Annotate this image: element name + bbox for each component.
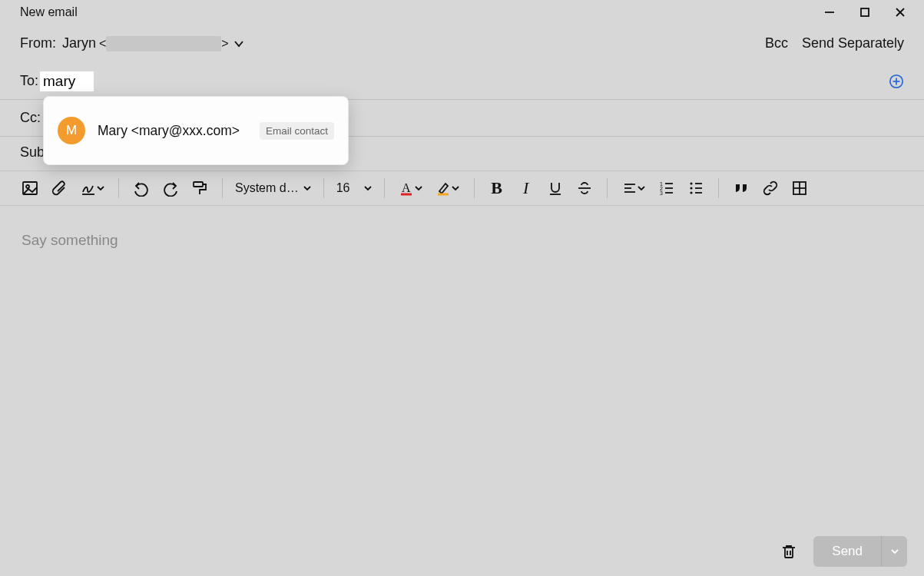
svg-point-8 xyxy=(26,185,29,188)
footer: Send xyxy=(0,527,924,576)
chevron-down-icon xyxy=(415,184,422,192)
chevron-down-icon xyxy=(303,184,311,192)
from-label: From: xyxy=(20,35,56,51)
strikethrough-button[interactable] xyxy=(571,175,598,201)
redo-icon xyxy=(162,180,179,197)
highlight-icon xyxy=(436,180,452,196)
toolbar-separator xyxy=(718,178,719,198)
send-button[interactable]: Send xyxy=(813,536,881,567)
from-row: From: Jaryn < > Bcc Send Separately xyxy=(0,25,924,63)
svg-point-25 xyxy=(690,182,692,184)
strikethrough-icon xyxy=(577,180,592,196)
from-dropdown[interactable] xyxy=(233,38,244,49)
unordered-list-button[interactable] xyxy=(683,175,709,201)
send-options-button[interactable] xyxy=(881,536,907,567)
angle-open: < xyxy=(99,37,106,51)
font-family-value: System d… xyxy=(235,181,299,195)
window-title: New email xyxy=(20,5,78,19)
to-label: To: xyxy=(20,73,38,89)
ordered-list-icon: 123 xyxy=(659,180,674,196)
maximize-button[interactable] xyxy=(847,0,883,25)
align-left-icon xyxy=(622,180,638,196)
chevron-down-icon xyxy=(452,184,459,192)
minimize-icon xyxy=(824,7,835,18)
to-row: To: xyxy=(0,63,924,100)
to-input[interactable] xyxy=(40,71,94,91)
underline-icon xyxy=(548,180,563,196)
font-size-value: 16 xyxy=(336,181,350,195)
autocomplete-badge: Email contact xyxy=(260,122,334,140)
toolbar-separator xyxy=(384,178,385,198)
svg-point-27 xyxy=(690,191,692,194)
insert-image-button[interactable] xyxy=(17,175,43,201)
toolbar-separator xyxy=(474,178,475,198)
titlebar: New email xyxy=(0,0,924,25)
redacted-email xyxy=(106,36,221,51)
email-body[interactable]: Say something xyxy=(0,206,924,275)
attach-button[interactable] xyxy=(46,175,72,201)
add-recipient-button[interactable] xyxy=(889,74,904,89)
undo-button[interactable] xyxy=(128,175,154,201)
table-button[interactable] xyxy=(787,175,813,201)
link-button[interactable] xyxy=(757,175,783,201)
quote-button[interactable] xyxy=(728,175,754,201)
discard-button[interactable] xyxy=(778,541,800,562)
maximize-icon xyxy=(859,7,870,18)
autocomplete-text: Mary <mary@xxx.com> xyxy=(98,123,240,139)
chevron-down-icon xyxy=(97,184,104,192)
header-right-actions: Bcc Send Separately xyxy=(765,35,904,51)
signature-button[interactable] xyxy=(75,175,109,201)
quote-icon xyxy=(733,180,750,197)
underline-button[interactable] xyxy=(542,175,568,201)
link-icon xyxy=(762,180,779,197)
toolbar-separator xyxy=(118,178,119,198)
angle-close: > xyxy=(221,37,228,51)
bcc-link[interactable]: Bcc xyxy=(765,35,788,51)
image-icon xyxy=(22,180,38,197)
table-icon xyxy=(791,180,808,197)
svg-rect-10 xyxy=(194,182,203,187)
window-controls xyxy=(812,0,918,25)
body-placeholder: Say something xyxy=(22,232,118,248)
autocomplete-dropdown: M Mary <mary@xxx.com> Email contact xyxy=(43,96,349,165)
autocomplete-item[interactable]: M Mary <mary@xxx.com> Email contact xyxy=(55,112,337,149)
format-painter-icon xyxy=(191,180,208,197)
toolbar-separator xyxy=(323,178,324,198)
plus-circle-icon xyxy=(889,74,904,89)
send-button-group: Send xyxy=(813,536,907,567)
send-separately-link[interactable]: Send Separately xyxy=(802,35,904,51)
chevron-down-icon xyxy=(890,547,899,556)
svg-text:A: A xyxy=(402,181,411,194)
ordered-list-button[interactable]: 123 xyxy=(654,175,680,201)
italic-button[interactable]: I xyxy=(513,175,539,201)
svg-text:3: 3 xyxy=(660,190,663,196)
align-button[interactable] xyxy=(617,175,651,201)
avatar: M xyxy=(58,117,85,144)
paperclip-icon xyxy=(51,180,68,197)
chevron-down-icon xyxy=(233,38,244,49)
redo-button[interactable] xyxy=(157,175,184,201)
chevron-down-icon xyxy=(364,184,372,192)
chevron-down-icon xyxy=(638,184,645,192)
highlight-button[interactable] xyxy=(431,175,465,201)
font-color-icon: A xyxy=(399,180,415,196)
format-painter-button[interactable] xyxy=(187,175,213,201)
cc-label: Cc: xyxy=(20,110,41,126)
font-size-select[interactable]: 16 xyxy=(333,181,375,195)
font-family-select[interactable]: System d… xyxy=(232,181,314,195)
toolbar-separator xyxy=(607,178,608,198)
font-color-button[interactable]: A xyxy=(394,175,428,201)
from-address[interactable]: < > xyxy=(99,36,229,51)
trash-icon xyxy=(780,543,797,560)
format-toolbar: System d… 16 A B I 123 xyxy=(0,170,924,206)
minimize-button[interactable] xyxy=(812,0,847,25)
toolbar-separator xyxy=(222,178,223,198)
unordered-list-icon xyxy=(688,180,704,196)
bold-button[interactable]: B xyxy=(484,175,510,201)
from-name: Jaryn xyxy=(62,35,96,51)
svg-point-26 xyxy=(690,187,692,189)
close-icon xyxy=(895,7,906,18)
signature-icon xyxy=(80,180,97,197)
undo-icon xyxy=(133,180,150,197)
close-button[interactable] xyxy=(883,0,918,25)
